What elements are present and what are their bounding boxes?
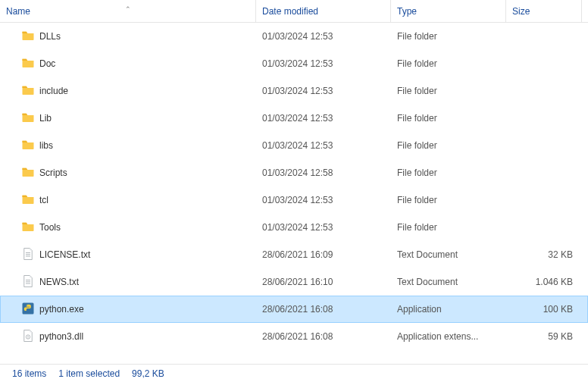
file-name-cell: DLLs [15, 29, 256, 45]
file-name-cell: Doc [15, 56, 256, 72]
file-name-label: NEWS.txt [39, 277, 79, 287]
file-name-label: Doc [39, 58, 55, 69]
dll-icon [21, 329, 35, 345]
file-date-cell: 01/03/2024 12:53 [256, 58, 391, 69]
status-selection-size: 99,2 KB [132, 368, 164, 379]
folder-icon [21, 220, 35, 236]
folder-icon [21, 138, 35, 154]
file-name-label: python3.dll [39, 331, 83, 342]
file-size-cell: 59 KB [506, 331, 582, 342]
file-row[interactable]: python.exe28/06/2021 16:08Application100… [0, 296, 588, 323]
file-row[interactable]: DLLs01/03/2024 12:53File folder [0, 23, 588, 50]
file-name-cell: LICENSE.txt [15, 247, 256, 263]
txt-icon [21, 247, 35, 263]
file-type-cell: Text Document [391, 277, 506, 287]
status-item-count: 16 items [12, 368, 46, 379]
file-name-label: tcl [39, 195, 48, 205]
file-name-cell: python3.dll [15, 329, 256, 345]
file-name-label: include [39, 86, 68, 96]
file-name-cell: Scripts [15, 165, 256, 181]
file-name-label: LICENSE.txt [39, 249, 90, 260]
file-type-cell: Application [391, 304, 506, 315]
file-name-cell: tcl [15, 193, 256, 208]
file-name-cell: NEWS.txt [15, 274, 256, 290]
column-header-size-label: Size [512, 6, 530, 17]
column-header-name[interactable]: Name ⌃ [0, 0, 256, 22]
column-header-type[interactable]: Type [391, 0, 506, 22]
file-name-label: libs [39, 140, 53, 151]
file-name-label: Scripts [39, 168, 67, 178]
file-name-cell: python.exe [15, 302, 256, 318]
file-list: DLLs01/03/2024 12:53File folderDoc01/03/… [0, 23, 588, 350]
folder-icon [21, 193, 35, 208]
status-bar: 16 items 1 item selected 99,2 KB [0, 364, 588, 382]
file-date-cell: 28/06/2021 16:09 [256, 249, 391, 260]
file-type-cell: Text Document [391, 249, 506, 260]
column-header-size[interactable]: Size [506, 0, 582, 22]
file-size-cell: 100 KB [506, 304, 582, 315]
column-header-date[interactable]: Date modified [256, 0, 391, 22]
column-header-name-label: Name [6, 6, 30, 17]
file-row[interactable]: Scripts01/03/2024 12:58File folder [0, 159, 588, 186]
file-name-cell: libs [15, 138, 256, 154]
file-name-cell: include [15, 83, 256, 99]
folder-icon [21, 29, 35, 45]
file-type-cell: File folder [391, 222, 506, 233]
file-row[interactable]: include01/03/2024 12:53File folder [0, 77, 588, 105]
column-header-date-label: Date modified [262, 6, 318, 17]
file-date-cell: 01/03/2024 12:53 [256, 195, 391, 205]
folder-icon [21, 83, 35, 99]
file-type-cell: File folder [391, 113, 506, 124]
file-row[interactable]: Lib01/03/2024 12:53File folder [0, 105, 588, 132]
file-type-cell: File folder [391, 31, 506, 42]
file-date-cell: 01/03/2024 12:53 [256, 222, 391, 233]
folder-icon [21, 56, 35, 72]
file-size-cell: 32 KB [506, 249, 582, 260]
folder-icon [21, 165, 35, 181]
file-date-cell: 01/03/2024 12:53 [256, 140, 391, 151]
file-date-cell: 28/06/2021 16:10 [256, 277, 391, 287]
python-icon [21, 302, 35, 318]
svg-point-2 [27, 336, 29, 337]
file-date-cell: 01/03/2024 12:58 [256, 168, 391, 178]
file-type-cell: File folder [391, 58, 506, 69]
file-row[interactable]: NEWS.txt28/06/2021 16:10Text Document1.0… [0, 268, 588, 296]
file-type-cell: File folder [391, 168, 506, 178]
status-selected: 1 item selected [58, 368, 120, 379]
file-date-cell: 28/06/2021 16:08 [256, 331, 391, 342]
file-row[interactable]: Doc01/03/2024 12:53File folder [0, 50, 588, 77]
file-row[interactable]: tcl01/03/2024 12:53File folder [0, 186, 588, 214]
file-name-label: DLLs [39, 31, 61, 42]
file-row[interactable]: Tools01/03/2024 12:53File folder [0, 214, 588, 241]
file-type-cell: Application extens... [391, 331, 506, 342]
column-header-type-label: Type [397, 6, 417, 17]
file-date-cell: 01/03/2024 12:53 [256, 86, 391, 96]
file-row[interactable]: python3.dll28/06/2021 16:08Application e… [0, 323, 588, 350]
file-type-cell: File folder [391, 86, 506, 96]
file-name-label: Lib [39, 113, 52, 124]
sort-ascending-icon: ⌃ [125, 0, 131, 20]
column-header-row: Name ⌃ Date modified Type Size [0, 0, 588, 23]
file-name-cell: Lib [15, 111, 256, 127]
file-name-cell: Tools [15, 220, 256, 236]
file-date-cell: 01/03/2024 12:53 [256, 31, 391, 42]
file-date-cell: 28/06/2021 16:08 [256, 304, 391, 315]
file-name-label: Tools [39, 222, 61, 233]
folder-icon [21, 111, 35, 127]
file-row[interactable]: LICENSE.txt28/06/2021 16:09Text Document… [0, 241, 588, 268]
file-name-label: python.exe [39, 304, 84, 315]
file-row[interactable]: libs01/03/2024 12:53File folder [0, 132, 588, 159]
file-size-cell: 1.046 KB [506, 277, 582, 287]
txt-icon [21, 274, 35, 290]
file-type-cell: File folder [391, 140, 506, 151]
file-type-cell: File folder [391, 195, 506, 205]
file-date-cell: 01/03/2024 12:53 [256, 113, 391, 124]
